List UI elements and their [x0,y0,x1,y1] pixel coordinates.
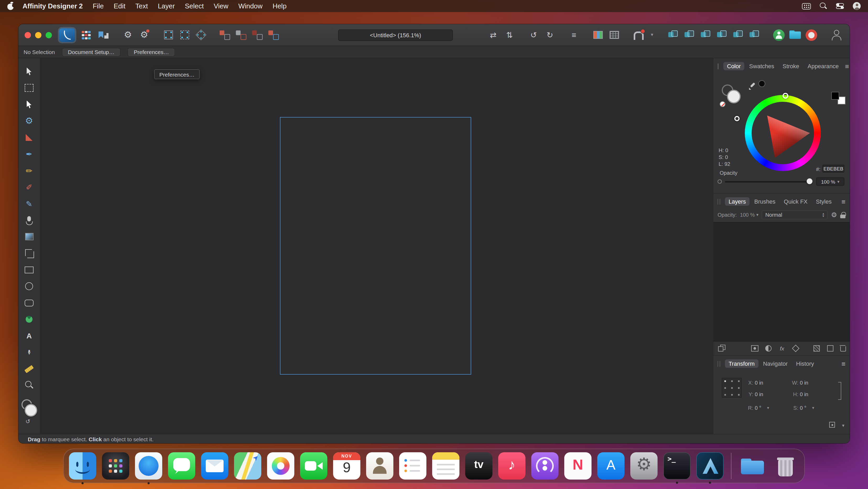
dock-item-news[interactable] [564,452,591,480]
transform-mode-icon[interactable] [592,29,604,41]
move-tool[interactable] [22,64,36,78]
menu-item[interactable]: Edit [114,2,126,10]
close-button[interactable] [25,32,31,38]
black-swatch[interactable] [831,92,839,100]
fill-tool[interactable] [22,213,36,227]
flip-vertical-icon[interactable]: ⇅ [504,29,515,41]
dock-item-notes[interactable] [432,452,459,480]
dock-item-photos[interactable] [267,452,294,480]
dock-item-affinity-designer[interactable] [696,452,723,480]
shade-selector[interactable] [734,116,740,121]
snap-shapes-icon[interactable] [195,29,207,41]
control-center-icon[interactable] [836,3,844,9]
menu-item[interactable]: File [93,2,104,10]
preferences-button[interactable]: Preferences… [128,48,175,56]
tab-swatches[interactable]: Swatches [746,62,778,70]
remove-layer-icon[interactable] [840,344,845,351]
alignment-icon[interactable]: ≡ [568,29,580,41]
dock-item-launchpad[interactable] [102,452,129,480]
edit-all-layers-icon[interactable] [718,344,726,352]
rounded-rectangle-tool[interactable] [22,296,36,310]
pencil-tool[interactable]: ✏ [22,164,36,177]
colour-picker-tool[interactable]: ✒ [22,345,36,359]
dock-item-music[interactable] [498,452,525,480]
export-persona-icon[interactable] [97,29,110,41]
geometry-outline-icon[interactable] [749,29,761,41]
menu-item[interactable]: Window [238,2,262,10]
layer-settings-gear-icon[interactable]: ⚙ [831,211,837,219]
geometry-divide-icon[interactable] [716,29,728,41]
tab-layers[interactable]: Layers [725,197,749,206]
fullscreen-button[interactable] [45,32,52,38]
snap-guides-icon[interactable] [179,29,190,41]
geometry-add-icon[interactable] [668,29,679,41]
dock-item-terminal[interactable] [663,452,690,480]
menu-item[interactable]: View [214,2,228,10]
dock-item-system-settings[interactable] [630,452,657,480]
panel-menu-icon[interactable] [841,198,845,205]
vector-brush-tool[interactable]: ✐ [22,180,36,194]
flip-horizontal-icon[interactable]: ⇄ [488,29,499,41]
menu-item[interactable]: Select [185,2,204,10]
geometry-combine-icon[interactable] [733,29,744,41]
add-pixel-layer-icon[interactable] [812,344,821,352]
mask-layer-icon[interactable] [751,344,759,352]
minimize-button[interactable] [35,32,41,38]
opacity-slider-knob[interactable] [807,178,812,184]
vector-crop-tool[interactable] [22,246,36,260]
swap-wells-icon[interactable] [25,418,30,425]
layer-effects-icon[interactable]: fx [778,344,786,352]
geometry-intersect-icon[interactable] [700,29,712,41]
grid-icon[interactable] [609,29,620,41]
link-dimensions-icon[interactable] [838,382,841,400]
document-setup-button[interactable]: Document Setup… [62,48,121,56]
insert-inside-icon[interactable] [252,29,263,41]
tab-navigator[interactable]: Navigator [759,359,791,368]
tab-color[interactable]: Color [723,62,745,70]
point-transform-tool[interactable]: ⚙ [22,114,36,128]
blend-mode-stepper[interactable] [823,212,824,217]
canvas[interactable]: Preferences… [40,58,713,434]
node-tool[interactable] [22,97,36,111]
anchor-point-selector[interactable] [722,378,742,398]
dock-item-reminders[interactable] [399,452,426,480]
menu-item[interactable]: Layer [158,2,175,10]
dock-item-trash[interactable] [772,452,799,480]
zoom-tool[interactable] [22,379,36,392]
dock-item-maps[interactable] [234,452,261,480]
document-setup-gear-icon[interactable]: ⚙ [122,29,134,41]
dock-item-safari[interactable] [135,452,162,480]
transparency-tool[interactable] [22,230,36,243]
tab-quickfx[interactable]: Quick FX [780,197,811,206]
dock-item-mail[interactable] [201,452,228,480]
apple-menu-icon[interactable] [7,2,14,10]
assets-folder-icon[interactable] [789,30,801,40]
saturation-lightness-triangle[interactable] [753,103,813,163]
dock-item-messages[interactable] [168,452,195,480]
panel-menu-icon[interactable] [841,360,845,367]
geometry-subtract-icon[interactable] [684,29,695,41]
artistic-text-tool[interactable]: A [22,329,36,343]
rotate-cw-icon[interactable]: ↻ [544,29,556,41]
share-icon[interactable] [773,29,785,41]
panel-grip[interactable] [718,199,720,204]
dock-item-contacts[interactable] [366,452,393,480]
tab-history[interactable]: History [793,359,818,368]
user-icon[interactable] [853,2,861,10]
dock-item-facetime[interactable] [300,452,327,480]
hsl-colour-wheel[interactable] [745,95,821,171]
layers-opacity-dropdown[interactable]: 100 % [740,212,758,218]
fill-well[interactable] [24,404,37,416]
panel-menu-icon[interactable] [845,63,849,69]
replace-selection-icon[interactable] [268,29,279,41]
paint-brush-tool[interactable]: ✎ [22,197,36,210]
ellipse-tool[interactable] [22,279,36,293]
insert-in-front-icon[interactable] [235,29,247,41]
keyboard-icon[interactable] [802,3,811,9]
corner-tool[interactable] [22,131,36,144]
menu-item[interactable]: Text [135,2,148,10]
eyedropper-icon[interactable] [749,82,756,90]
account-icon[interactable] [830,28,843,42]
blend-mode-dropdown[interactable]: Normal [762,210,828,219]
search-icon[interactable] [820,2,827,10]
